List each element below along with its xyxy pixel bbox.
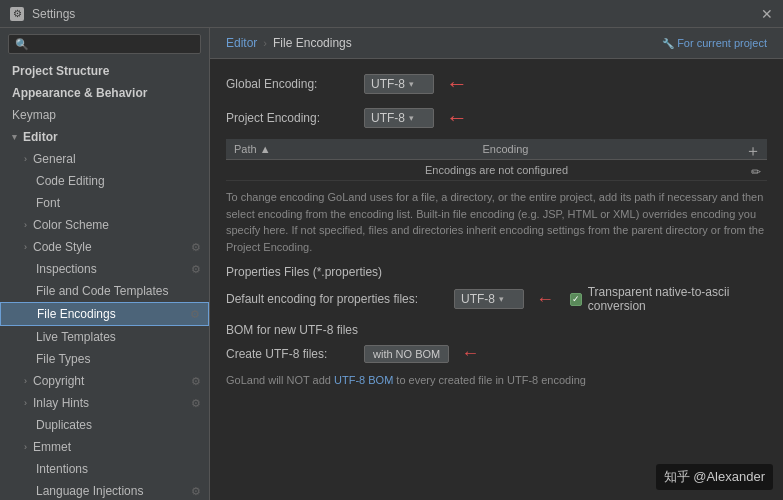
copyright-label: Copyright (33, 374, 84, 388)
breadcrumb-parent[interactable]: Editor (226, 36, 257, 50)
global-encoding-select[interactable]: UTF-8 ▾ (364, 74, 434, 94)
checkbox-row: ✓ Transparent native-to-ascii conversion (570, 285, 767, 313)
global-encoding-label: Global Encoding: (226, 77, 356, 91)
sidebar-item-duplicates[interactable]: Duplicates (0, 414, 209, 436)
sidebar-item-project-structure[interactable]: Project Structure (0, 60, 209, 82)
file-types-label: File Types (36, 352, 90, 366)
sidebar-item-language-injections[interactable]: Language Injections ⚙ (0, 480, 209, 500)
search-input[interactable] (8, 34, 201, 54)
encoding-column-header[interactable]: Encoding (475, 139, 767, 160)
color-scheme-chevron: › (24, 220, 27, 230)
inspections-label: Inspections (36, 262, 97, 276)
copyright-gear-icon: ⚙ (191, 375, 201, 388)
inlay-hints-label: Inlay Hints (33, 396, 89, 410)
global-encoding-arrow-icon: ▾ (409, 79, 414, 89)
sidebar-item-inlay-hints[interactable]: › Inlay Hints ⚙ (0, 392, 209, 414)
info-text: To change encoding GoLand uses for a fil… (226, 189, 767, 255)
bom-section-title: BOM for new UTF-8 files (226, 323, 767, 337)
code-editing-label: Code Editing (36, 174, 105, 188)
close-button[interactable]: ✕ (761, 6, 773, 22)
transparent-checkbox[interactable]: ✓ (570, 293, 582, 306)
path-column-header[interactable]: Path ▲ (226, 139, 475, 160)
code-style-label: Code Style (33, 240, 92, 254)
project-encoding-arrow-annotation: ← (446, 105, 468, 131)
project-encoding-value: UTF-8 (371, 111, 405, 125)
sidebar-item-font[interactable]: Font (0, 192, 209, 214)
breadcrumb-separator: › (263, 37, 267, 49)
default-encoding-value: UTF-8 (461, 292, 495, 306)
project-encoding-select[interactable]: UTF-8 ▾ (364, 108, 434, 128)
bom-arrow-annotation: ← (461, 343, 479, 364)
sidebar-item-code-editing[interactable]: Code Editing (0, 170, 209, 192)
language-injections-label: Language Injections (36, 484, 143, 498)
table-empty-message: Encodings are not configured (425, 164, 568, 176)
content-body: Global Encoding: UTF-8 ▾ ← Project Encod… (210, 59, 783, 500)
default-encoding-row: Default encoding for properties files: U… (226, 285, 767, 313)
sidebar-item-inspections[interactable]: Inspections ⚙ (0, 258, 209, 280)
sidebar-item-file-encodings[interactable]: File Encodings ⚙ (0, 302, 209, 326)
edit-encoding-button[interactable]: ✏ (745, 163, 767, 181)
inspections-gear-icon: ⚙ (191, 263, 201, 276)
default-encoding-select-arrow-icon: ▾ (499, 294, 504, 304)
editor-label: Editor (23, 130, 58, 144)
encoding-table: Path ▲ Encoding Encodings are not config… (226, 139, 767, 181)
emmet-chevron: › (24, 442, 27, 452)
properties-arrow-annotation: ← (536, 289, 554, 310)
emmet-label: Emmet (33, 440, 71, 454)
sidebar-item-keymap[interactable]: Keymap (0, 104, 209, 126)
titlebar-title: Settings (32, 7, 75, 21)
sidebar-item-code-style[interactable]: › Code Style ⚙ (0, 236, 209, 258)
create-utf8-row: Create UTF-8 files: with NO BOM ← (226, 343, 767, 364)
sidebar-item-file-code-templates[interactable]: File and Code Templates (0, 280, 209, 302)
duplicates-label: Duplicates (36, 418, 92, 432)
project-encoding-label: Project Encoding: (226, 111, 356, 125)
live-templates-label: Live Templates (36, 330, 116, 344)
sidebar-item-intentions[interactable]: Intentions (0, 458, 209, 480)
content-panel: Editor › File Encodings 🔧 For current pr… (210, 28, 783, 500)
encoding-table-container: Path ▲ Encoding Encodings are not config… (226, 139, 767, 181)
project-btn-icon: 🔧 (662, 38, 674, 49)
sidebar: Project Structure Appearance & Behavior … (0, 28, 210, 500)
main-layout: Project Structure Appearance & Behavior … (0, 28, 783, 500)
project-encoding-arrow-icon: ▾ (409, 113, 414, 123)
sidebar-item-file-types[interactable]: File Types (0, 348, 209, 370)
bom-desc-link[interactable]: UTF-8 BOM (334, 374, 393, 386)
for-current-project-button[interactable]: 🔧 For current project (662, 37, 767, 49)
general-label: General (33, 152, 76, 166)
properties-section-title: Properties Files (*.properties) (226, 265, 767, 279)
add-encoding-button[interactable]: ＋ (739, 139, 767, 164)
file-code-templates-label: File and Code Templates (36, 284, 169, 298)
bom-value-text: with NO BOM (373, 348, 440, 360)
titlebar: ⚙ Settings ✕ (0, 0, 783, 28)
sidebar-item-editor[interactable]: ▾ Editor (0, 126, 209, 148)
default-encoding-select[interactable]: UTF-8 ▾ (454, 289, 524, 309)
sidebar-item-live-templates[interactable]: Live Templates (0, 326, 209, 348)
properties-section: Properties Files (*.properties) Default … (226, 265, 767, 313)
file-encodings-label: File Encodings (37, 307, 116, 321)
inlay-hints-gear-icon: ⚙ (191, 397, 201, 410)
content-header: Editor › File Encodings 🔧 For current pr… (210, 28, 783, 59)
copyright-chevron: › (24, 376, 27, 386)
create-utf8-label: Create UTF-8 files: (226, 347, 356, 361)
sidebar-item-appearance[interactable]: Appearance & Behavior (0, 82, 209, 104)
language-injections-gear-icon: ⚙ (191, 485, 201, 498)
project-encoding-row: Project Encoding: UTF-8 ▾ ← (226, 105, 767, 131)
encoding-label: Encoding (483, 143, 529, 155)
inlay-hints-chevron: › (24, 398, 27, 408)
search-area (0, 28, 209, 60)
sidebar-item-general[interactable]: › General (0, 148, 209, 170)
sidebar-item-emmet[interactable]: › Emmet (0, 436, 209, 458)
code-style-chevron: › (24, 242, 27, 252)
bom-value-button[interactable]: with NO BOM (364, 345, 449, 363)
general-chevron: › (24, 154, 27, 164)
bom-desc-suffix: to every created file in UTF-8 encoding (393, 374, 586, 386)
watermark: 知乎 @Alexander (656, 464, 773, 490)
sidebar-item-copyright[interactable]: › Copyright ⚙ (0, 370, 209, 392)
color-scheme-label: Color Scheme (33, 218, 109, 232)
appearance-label: Appearance & Behavior (12, 86, 147, 100)
intentions-label: Intentions (36, 462, 88, 476)
global-encoding-row: Global Encoding: UTF-8 ▾ ← (226, 71, 767, 97)
font-label: Font (36, 196, 60, 210)
table-empty-row: Encodings are not configured (226, 160, 767, 181)
sidebar-item-color-scheme[interactable]: › Color Scheme (0, 214, 209, 236)
